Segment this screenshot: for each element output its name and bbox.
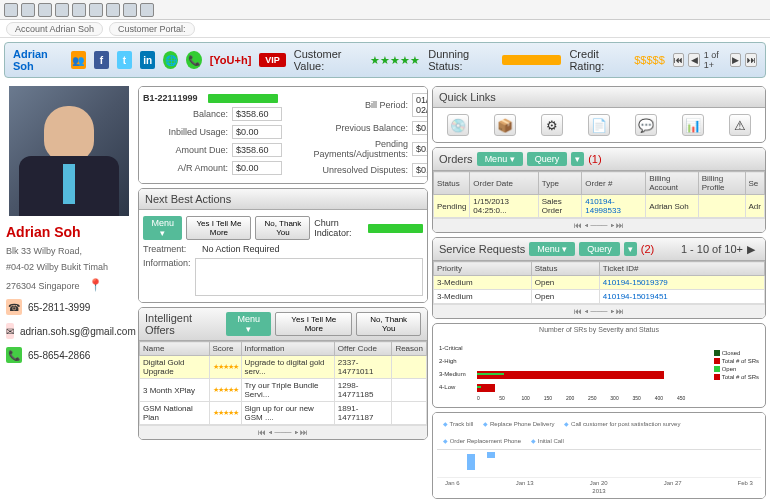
chart-legend: ClosedTotal # of SRsOpenTotal # of SRs [714, 349, 759, 381]
timeline-task: ◆ Order Replacement Phone [443, 437, 521, 444]
chart-cat-label: 4-Low [439, 384, 455, 390]
toolbar-icon[interactable] [38, 3, 52, 17]
offers-panel: Intelligent Offers Menu ▾ Yes I Tell Me … [138, 307, 428, 440]
col-header[interactable]: Order Date [470, 172, 538, 195]
chart-tick: 100 [521, 395, 529, 401]
menu-button[interactable]: Menu ▾ [143, 216, 182, 240]
query-button[interactable]: Query [579, 242, 620, 256]
sr-chart-panel: Number of SRs by Severity and Status Clo… [432, 323, 766, 408]
table-row[interactable]: 3-MediumOpen410194-15019451 [434, 290, 765, 304]
col-header[interactable]: Information [241, 342, 334, 356]
chart-tick: 250 [588, 395, 596, 401]
legend-item: Total # of SRs [714, 373, 759, 381]
menu-button[interactable]: Menu ▾ [529, 242, 575, 256]
ql-disk-icon[interactable]: 💿 [447, 114, 469, 136]
col-header[interactable]: Billing Profile [698, 172, 745, 195]
yes-button[interactable]: Yes I Tell Me More [186, 216, 251, 240]
dunning-label: Dunning Status: [428, 48, 494, 72]
table-row[interactable]: 3 Month XPlay★★★★★Try our Triple Bundle … [140, 379, 427, 402]
toolbar-icon[interactable] [140, 3, 154, 17]
srs-count: (2) [641, 243, 654, 255]
menu-button[interactable]: Menu ▾ [477, 152, 523, 166]
bill-label: Balance: [143, 109, 228, 119]
timeline-task: ◆ Initial Call [531, 437, 564, 444]
menu-button[interactable]: Menu ▾ [226, 312, 271, 336]
srs-panel: Service Requests Menu ▾ Query ▾ (2) 1 - … [432, 237, 766, 319]
page-first-button[interactable]: ⏮ [673, 53, 685, 67]
table-row[interactable]: GSM National Plan★★★★★Sign up for our ne… [140, 402, 427, 425]
bill-value: $358.60 [232, 107, 282, 121]
chart-tick: 0 [477, 395, 480, 401]
dropdown-button[interactable]: ▾ [571, 152, 584, 166]
no-button[interactable]: No, Thank You [356, 312, 421, 336]
facebook-icon[interactable]: f [94, 51, 109, 69]
toolbar-icon[interactable] [72, 3, 86, 17]
query-button[interactable]: Query [527, 152, 568, 166]
crumb-account[interactable]: Account Adrian Soh [6, 22, 103, 36]
panel-title: Next Best Actions [145, 193, 231, 205]
chart-cat-label: 3-Medium [439, 371, 466, 377]
col-header[interactable]: Offer Code [334, 342, 392, 356]
scroll-hint[interactable]: ⏮ ◀ ─── ▶ ⏭ [139, 425, 427, 439]
panel-title: Quick Links [439, 91, 496, 103]
bill-label: Inbilled Usage: [143, 127, 228, 137]
globe-icon[interactable]: 🌐 [163, 51, 178, 69]
chart-tick: 150 [544, 395, 552, 401]
col-header[interactable]: Ticket ID# [599, 262, 764, 276]
toolbar-icon[interactable] [21, 3, 35, 17]
toolbar-icon[interactable] [106, 3, 120, 17]
crumb-portal[interactable]: Customer Portal: [109, 22, 195, 36]
toolbar-icon[interactable] [4, 3, 18, 17]
page-next-button[interactable]: ▶ [747, 243, 759, 255]
legend-item: Total # of SRs [714, 357, 759, 365]
address-line: 276304 Singapore📍 [4, 275, 134, 295]
col-header[interactable]: Type [538, 172, 582, 195]
info-textarea[interactable] [195, 258, 423, 296]
linkedin-icon[interactable]: in [140, 51, 155, 69]
mail-icon: ✉ [6, 323, 14, 339]
col-header[interactable]: Priority [434, 262, 532, 276]
ql-chart-icon[interactable]: 📊 [682, 114, 704, 136]
toolbar-icon[interactable] [55, 3, 69, 17]
col-header[interactable]: Score [209, 342, 241, 356]
phone-text: 65-2811-3999 [28, 302, 90, 313]
twitter-icon[interactable]: t [117, 51, 132, 69]
col-header[interactable]: Status [531, 262, 599, 276]
col-header[interactable]: Reason [392, 342, 427, 356]
ql-alert-icon[interactable]: ⚠ [729, 114, 751, 136]
timeline-task: ◆ Track bill [443, 420, 473, 427]
scroll-hint[interactable]: ⏮ ◀ ─── ▶ ⏭ [433, 218, 765, 232]
dropdown-button[interactable]: ▾ [624, 242, 637, 256]
col-header[interactable]: Name [140, 342, 210, 356]
pin-icon[interactable]: 📍 [88, 278, 103, 292]
toolbar-icon[interactable] [123, 3, 137, 17]
ql-gear-icon[interactable]: ⚙ [541, 114, 563, 136]
chart-title: Number of SRs by Severity and Status [433, 324, 765, 335]
scroll-hint[interactable]: ⏮ ◀ ─── ▶ ⏭ [433, 304, 765, 318]
cust-value-label: Customer Value: [294, 48, 362, 72]
ql-box-icon[interactable]: 📦 [494, 114, 516, 136]
page-prev-button[interactable]: ◀ [688, 53, 700, 67]
table-row[interactable]: Pending1/15/2013 04:25:0...Sales Order41… [434, 195, 765, 218]
ql-chat-icon[interactable]: 💬 [635, 114, 657, 136]
yes-button[interactable]: Yes I Tell Me More [275, 312, 352, 336]
table-row[interactable]: Digital Gold Upgrade★★★★★Upgrade to digi… [140, 356, 427, 379]
phone-icon[interactable]: 📞 [186, 51, 201, 69]
toolbar-icon[interactable] [89, 3, 103, 17]
timeline-month: Jan 6 [445, 480, 460, 486]
no-button[interactable]: No, Thank You [255, 216, 310, 240]
table-row[interactable]: 3-MediumOpen410194-15019379 [434, 276, 765, 290]
col-header[interactable]: Status [434, 172, 470, 195]
people-icon[interactable]: 👥 [71, 51, 86, 69]
ql-doc-icon[interactable]: 📄 [588, 114, 610, 136]
page-next-button[interactable]: ▶ [730, 53, 742, 67]
bill-label: A/R Amount: [143, 163, 228, 173]
mobile-text: 65-8654-2866 [28, 350, 90, 361]
col-header[interactable]: Billing Account [646, 172, 699, 195]
col-header[interactable]: Order # [582, 172, 646, 195]
timeline-panel: ◆ Track bill◆ Replace Phone Delivery◆ Ca… [432, 412, 766, 499]
churn-bar [368, 224, 423, 233]
col-header[interactable]: Se [745, 172, 764, 195]
treatment-label: Treatment: [143, 244, 198, 254]
page-last-button[interactable]: ⏭ [745, 53, 757, 67]
